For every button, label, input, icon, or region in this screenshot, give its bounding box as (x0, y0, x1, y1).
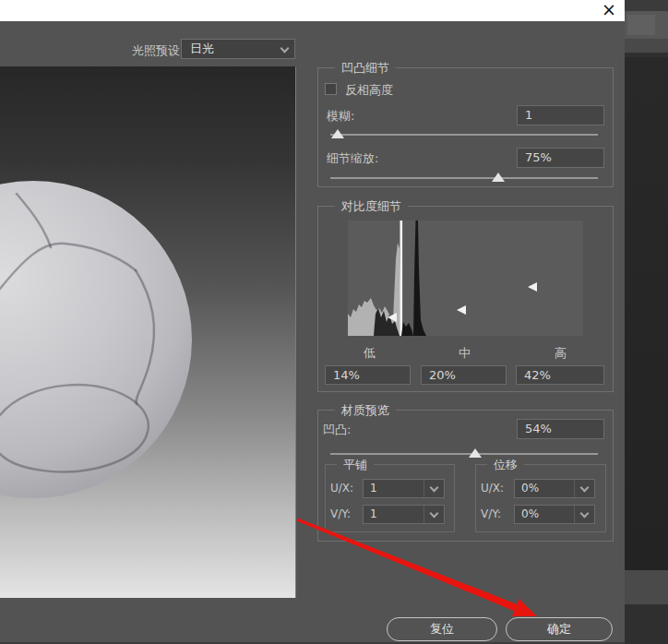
lighting-preset-label: 光照预设: (132, 42, 184, 59)
chevron-down-icon (280, 44, 290, 54)
lighting-preset-value: 日光 (190, 40, 214, 58)
blur-label: 模糊: (327, 108, 354, 125)
mid-input[interactable]: 20% (421, 365, 507, 385)
background-panel (625, 604, 668, 644)
bump-input[interactable]: 54% (517, 419, 604, 439)
invert-height-checkbox[interactable] (325, 83, 337, 95)
high-input[interactable]: 42% (516, 365, 604, 385)
invert-height-label: 反相高度 (345, 82, 393, 99)
background-panel (625, 570, 668, 604)
detail-scale-label: 细节缩放: (327, 150, 378, 167)
histogram (348, 221, 583, 336)
select-chevron-zone (574, 480, 594, 497)
bump-detail-legend: 凹凸细节 (335, 60, 396, 76)
histogram-graph (348, 221, 583, 336)
chevron-down-icon (430, 483, 439, 493)
texture-dialog: × 光照预设: 日光 凹凸细节 反相高度 模糊: (0, 0, 625, 644)
blur-slider-thumb[interactable] (331, 129, 344, 138)
offset-vy-select[interactable]: 0% (514, 505, 595, 524)
tile-legend: 平铺 (337, 457, 374, 472)
offset-legend: 位移 (487, 457, 524, 472)
chevron-down-icon (580, 483, 590, 493)
tile-vy-value: 1 (370, 506, 377, 523)
bump-slider-thumb[interactable] (469, 448, 482, 458)
close-icon[interactable]: × (602, 0, 616, 20)
tile-ux-label: U/X: (330, 482, 353, 495)
offset-ux-value: 0% (521, 480, 539, 497)
material-preview-legend: 材质预览 (335, 402, 396, 418)
select-chevron-zone (423, 480, 444, 497)
histogram-mid-marker[interactable] (457, 305, 466, 315)
offset-vy-value: 0% (521, 506, 539, 523)
low-label: 低 (364, 345, 376, 362)
blur-input[interactable]: 1 (517, 105, 604, 125)
tile-ux-select[interactable]: 1 (363, 479, 445, 498)
detail-scale-input[interactable]: 75% (517, 148, 604, 168)
bump-slider-track[interactable] (330, 453, 598, 455)
chevron-down-icon (430, 509, 439, 519)
offset-ux-select[interactable]: 0% (514, 479, 595, 498)
detail-scale-slider-track[interactable] (330, 177, 598, 179)
tile-ux-value: 1 (370, 480, 377, 497)
background-panel (627, 15, 655, 35)
lighting-preset-select[interactable]: 日光 (181, 39, 295, 59)
select-chevron-zone (574, 506, 594, 523)
background-panel (625, 0, 668, 11)
mid-label: 中 (459, 345, 471, 362)
background-window (625, 0, 668, 644)
bump-label: 凹凸: (323, 422, 351, 438)
offset-ux-label: U/X: (481, 482, 504, 495)
select-chevron-zone (423, 506, 444, 523)
background-panel (625, 39, 668, 53)
tile-vy-label: V/Y: (330, 507, 351, 520)
dialog-titlebar: × (0, 0, 625, 21)
low-input[interactable]: 14% (325, 365, 411, 385)
blur-slider-track[interactable] (330, 134, 598, 136)
offset-vy-label: V/Y: (481, 507, 501, 520)
background-canvas (625, 57, 668, 570)
tile-vy-select[interactable]: 1 (363, 505, 445, 524)
chevron-down-icon (580, 509, 590, 519)
contrast-detail-legend: 对比度细节 (335, 198, 408, 214)
material-preview-canvas[interactable] (0, 66, 296, 598)
reset-button[interactable]: 复位 (387, 617, 497, 641)
high-label: 高 (555, 345, 567, 362)
sphere-seam-lines (0, 66, 296, 598)
detail-scale-slider-thumb[interactable] (492, 173, 505, 182)
ok-button[interactable]: 确定 (506, 617, 613, 641)
histogram-low-marker[interactable] (388, 313, 397, 322)
histogram-high-marker[interactable] (528, 282, 537, 292)
screen: × 光照预设: 日光 凹凸细节 反相高度 模糊: (0, 0, 668, 644)
